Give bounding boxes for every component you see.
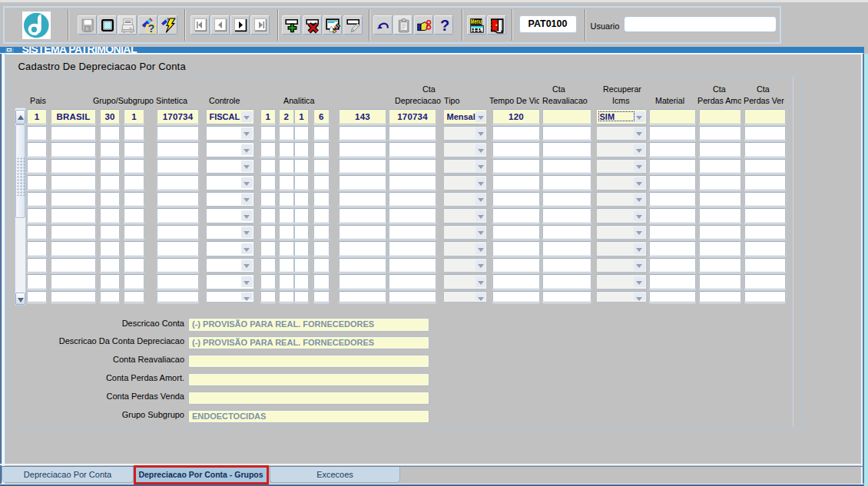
- svg-text:?: ?: [147, 22, 154, 34]
- svg-text:Menu: Menu: [470, 17, 482, 25]
- svg-text:?: ?: [440, 17, 449, 34]
